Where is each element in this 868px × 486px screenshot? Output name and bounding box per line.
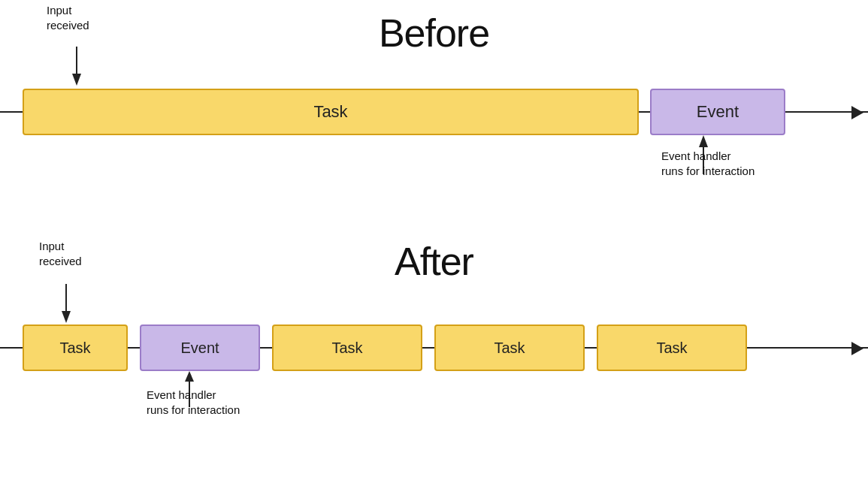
before-title: Before (379, 11, 489, 56)
event-handler-label-before: Event handler runs for interaction (661, 149, 755, 178)
diagram-container: Before Input received Task Event Event h… (0, 0, 868, 486)
task-box-after-3: Task (434, 325, 585, 371)
arrow-right-before (851, 106, 863, 119)
arrow-down-input-after (59, 284, 74, 323)
event-box-before: Event (650, 89, 785, 135)
task-box-before: Task (23, 89, 639, 135)
task-box-after-2: Task (272, 325, 422, 371)
input-label-before: Input received (47, 3, 89, 32)
task-box-after-1: Task (23, 325, 128, 371)
svg-marker-5 (62, 311, 71, 323)
after-title: After (395, 239, 473, 284)
task-box-after-4: Task (597, 325, 747, 371)
event-box-after: Event (140, 325, 260, 371)
input-label-after: Input received (39, 239, 82, 268)
event-handler-label-after: Event handler runs for interaction (147, 388, 240, 417)
svg-marker-3 (699, 135, 708, 147)
arrow-down-input-before (69, 47, 84, 86)
svg-marker-7 (185, 371, 194, 382)
svg-marker-1 (72, 74, 81, 86)
arrow-right-after (851, 342, 863, 355)
